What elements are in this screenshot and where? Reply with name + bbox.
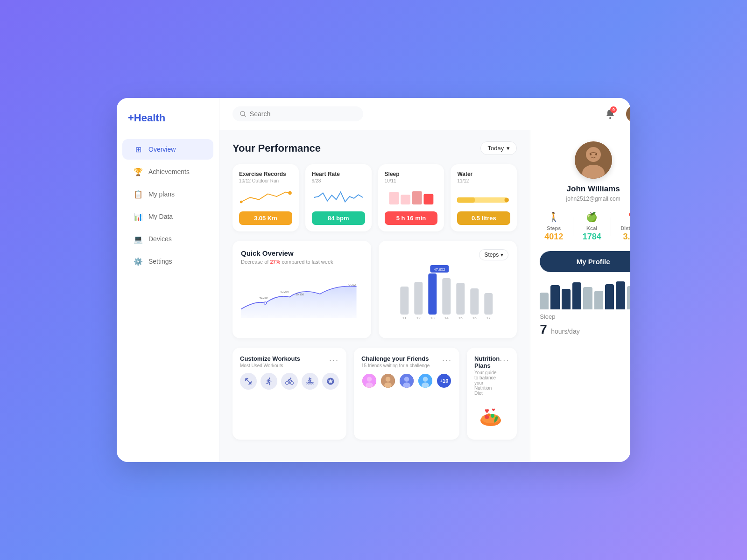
- sleep-bar-1: [540, 293, 549, 309]
- svg-point-2: [609, 117, 611, 119]
- search-bar[interactable]: [233, 106, 363, 121]
- sleep-section: Sleep 7 hours/day: [540, 281, 630, 337]
- avatar-image: [626, 105, 630, 122]
- quick-overview-subtitle: Decrease of 27% compared to last week: [241, 259, 363, 265]
- svg-rect-28: [484, 293, 493, 315]
- workout-icon-swim[interactable]: [302, 373, 318, 390]
- sleep-bar-9: [627, 286, 630, 309]
- svg-text:16: 16: [472, 316, 476, 320]
- avatar-svg: [626, 105, 630, 122]
- profile-email: john2512@gmail.com: [566, 196, 620, 202]
- nutrition-card-info: Nutrition Plans Your guide to balance yo…: [474, 355, 500, 396]
- sleep-bar-3: [562, 289, 571, 309]
- metric-value-water: 0.5 litres: [457, 211, 510, 225]
- stat-kcal: 🍏 Kcal 1784: [583, 211, 601, 242]
- svg-rect-26: [456, 283, 465, 315]
- friend-avatar-3: [399, 373, 415, 389]
- performance-header: Your Performance Today ▾: [233, 141, 517, 155]
- workouts-title: Customize Workouts: [240, 355, 300, 362]
- friends-title: Challenge your Friends: [361, 355, 430, 362]
- main-panel: Your Performance Today ▾ Exercise Record…: [219, 130, 530, 462]
- svg-text:70,222: 70,222: [347, 283, 356, 286]
- svg-point-37: [367, 377, 372, 382]
- profile-stats-row: 🚶 Steps 4012 🍏 Kcal 1784 📍 Distance: [540, 211, 630, 242]
- data-icon: 📊: [134, 212, 143, 221]
- app-logo: +Health: [117, 112, 219, 138]
- svg-rect-25: [442, 278, 451, 315]
- sidebar: +Health ⊞ Overview 🏆 Achievements 📋 My p…: [117, 98, 219, 462]
- stat-divider-1: [573, 217, 573, 236]
- challenge-friends-card: Challenge your Friends 15 friends waitin…: [354, 348, 459, 440]
- stat-steps: 🚶 Steps 4012: [544, 211, 563, 242]
- sidebar-item-achievements[interactable]: 🏆 Achievements: [122, 161, 213, 182]
- friend-avatar-4: [417, 373, 433, 389]
- sidebar-item-devices[interactable]: 💻 Devices: [122, 229, 213, 249]
- sleep-bar-8: [616, 281, 625, 309]
- svg-point-53: [487, 413, 490, 416]
- sidebar-item-myplans[interactable]: 📋 My plans: [122, 184, 213, 204]
- search-input[interactable]: [250, 110, 356, 118]
- notification-button[interactable]: 9: [602, 105, 619, 122]
- quick-overview-title: Quick Overview: [241, 249, 363, 257]
- exercise-chart: [239, 188, 292, 207]
- svg-point-47: [422, 383, 429, 388]
- svg-point-38: [366, 383, 373, 388]
- overview-and-steps: Quick Overview Decrease of 27% compared …: [233, 241, 517, 338]
- sidebar-item-mydata[interactable]: 📊 My Data: [122, 206, 213, 227]
- workout-icon-sports[interactable]: [322, 373, 339, 390]
- sleep-bar-5: [583, 287, 592, 309]
- workouts-more-button[interactable]: ···: [329, 355, 339, 365]
- metric-value-exercise: 3.05 Km: [239, 211, 292, 225]
- metric-card-water: Water 11/12 0.5 litres: [451, 164, 517, 231]
- nutrition-bowl-svg: [477, 402, 505, 430]
- friends-more-button[interactable]: ···: [442, 355, 452, 365]
- heart-line-chart: [312, 188, 365, 207]
- profile-avatar-svg: [575, 141, 612, 179]
- workout-icon-run[interactable]: [261, 373, 277, 390]
- metric-card-exercise: Exercise Records 10/12 Outdoor Run 3.05 …: [233, 164, 299, 231]
- sleep-bar-chart: [385, 188, 438, 207]
- topbar-right: 9: [602, 105, 630, 122]
- svg-text:47,652: 47,652: [434, 267, 445, 272]
- svg-text:50,150: 50,150: [296, 293, 304, 296]
- steps-dropdown[interactable]: Steps ▾: [479, 249, 508, 260]
- sidebar-item-settings[interactable]: ⚙️ Settings: [122, 251, 213, 272]
- metric-sublabel: 10/11: [385, 178, 438, 183]
- svg-rect-8: [389, 192, 399, 205]
- nutrition-icon: [474, 399, 507, 432]
- my-profile-button[interactable]: My Profile: [540, 251, 630, 272]
- svg-rect-14: [457, 197, 475, 203]
- topbar: 9: [219, 98, 630, 130]
- svg-point-55: [586, 147, 601, 162]
- stat-divider-2: [611, 217, 611, 236]
- content-area: Your Performance Today ▾ Exercise Record…: [219, 130, 630, 462]
- metric-label: Water: [457, 171, 510, 177]
- friends-sub: 15 friends waiting for a challenge: [361, 363, 430, 368]
- svg-rect-24: [428, 273, 437, 315]
- user-avatar-top[interactable]: [626, 105, 630, 122]
- svg-text:14: 14: [444, 316, 448, 320]
- sidebar-item-overview[interactable]: ⊞ Overview: [122, 139, 213, 160]
- friend-count-more[interactable]: +10: [436, 373, 452, 389]
- sidebar-item-label: Devices: [148, 235, 172, 243]
- nutrition-more-button[interactable]: ···: [500, 355, 509, 365]
- steps-chart-card: Steps ▾ 47,652: [379, 241, 517, 338]
- chevron-steps-icon: ▾: [500, 252, 503, 258]
- lower-cards-row: Customize Workouts Most Used Workouts ··…: [233, 348, 517, 440]
- workout-icon-cycle[interactable]: [281, 373, 298, 390]
- steps-icon: 🚶: [548, 211, 560, 223]
- chevron-down-icon: ▾: [507, 145, 510, 152]
- workout-icon-lift[interactable]: [240, 373, 257, 390]
- svg-rect-9: [401, 195, 410, 204]
- svg-point-13: [505, 198, 509, 202]
- metric-label: Sleep: [385, 171, 438, 177]
- notification-badge: 9: [610, 106, 617, 113]
- workouts-sub: Most Used Workouts: [240, 363, 300, 368]
- settings-icon: ⚙️: [134, 257, 143, 266]
- sleep-bar-7: [605, 284, 614, 309]
- svg-text:15: 15: [458, 316, 462, 320]
- svg-point-58: [595, 154, 597, 155]
- main-content: 9 Your Performance: [219, 98, 630, 462]
- sleep-chart: [385, 188, 438, 207]
- today-dropdown[interactable]: Today ▾: [480, 141, 517, 155]
